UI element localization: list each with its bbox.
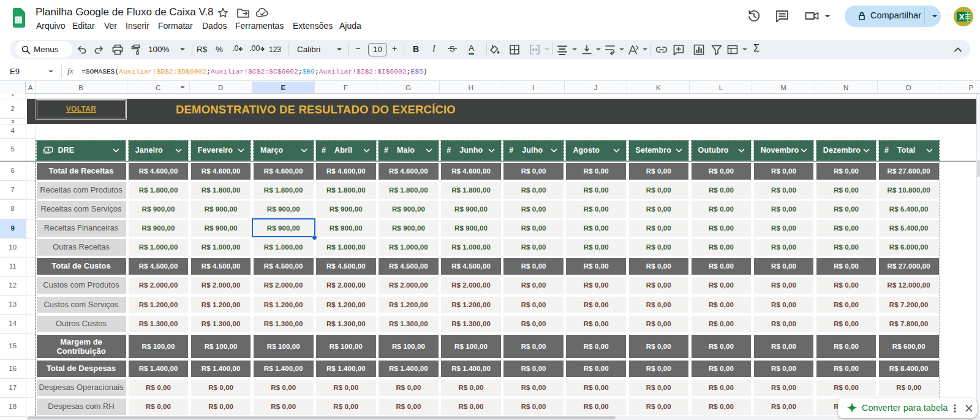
svg-text:.0: .0 bbox=[232, 44, 238, 53]
svg-text:X: X bbox=[959, 12, 965, 21]
svg-text:.00: .00 bbox=[249, 44, 260, 53]
